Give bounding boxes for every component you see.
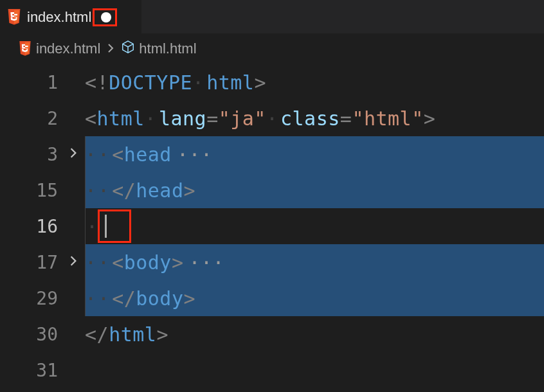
line-number: 3 (47, 144, 58, 165)
tok: head (124, 143, 172, 166)
unsaved-dot-icon (101, 12, 111, 22)
line-number: 16 (36, 216, 58, 237)
tok: html (206, 71, 254, 94)
folded-ellipsis-icon[interactable]: ··· (172, 143, 213, 166)
tok: > (254, 71, 266, 94)
tok: < (112, 251, 124, 274)
tok: · (192, 71, 206, 94)
cube-symbol-icon (121, 40, 135, 58)
tok: = (340, 107, 352, 130)
line-number: 17 (36, 252, 58, 273)
tok: > (172, 251, 184, 274)
code-line[interactable]: 31 (0, 352, 544, 388)
tok: ·· (85, 143, 112, 166)
line-number: 1 (47, 72, 58, 93)
chevron-right-icon (104, 42, 117, 57)
tok: </ (85, 323, 109, 346)
tok: html (109, 323, 156, 346)
tab-index-html[interactable]: index.html (0, 0, 141, 33)
tok: ·· (85, 287, 112, 310)
tok: < (85, 107, 97, 130)
tok: < (112, 143, 124, 166)
breadcrumb-symbol[interactable]: html.html (139, 40, 196, 57)
fold-chevron-icon[interactable] (68, 147, 79, 162)
code-line[interactable]: 17 ··<body>··· (0, 244, 544, 280)
line-number: 15 (36, 180, 58, 201)
tok: ·· (85, 179, 112, 202)
line-number: 2 (47, 108, 58, 129)
tok: "html" (352, 107, 423, 130)
tok: head (136, 179, 183, 202)
code-line[interactable]: 15 ··</head> (0, 172, 544, 208)
tok: > (184, 287, 196, 310)
unsaved-indicator-highlight (93, 8, 117, 26)
tok: </ (112, 287, 136, 310)
tok: body (136, 287, 183, 310)
cursor-highlight (98, 209, 131, 243)
code-line[interactable]: 29 ··</body> (0, 280, 544, 316)
folded-ellipsis-icon[interactable]: ··· (184, 251, 225, 274)
code-line[interactable]: 1 <!DOCTYPE·html> (0, 64, 544, 100)
breadcrumb[interactable]: index.html html.html (0, 33, 544, 64)
tok: lang (159, 107, 206, 130)
line-number: 31 (36, 360, 58, 381)
tab-bar: index.html (0, 0, 544, 33)
code-line[interactable]: 30 </html> (0, 316, 544, 352)
tok: </ (112, 179, 136, 202)
tok: body (124, 251, 172, 274)
tok: · (266, 107, 280, 130)
code-line[interactable]: 2 <html·lang="ja"·class="html"> (0, 100, 544, 136)
tok: · (145, 107, 159, 130)
tok: class (280, 107, 340, 130)
tab-filename: index.html (27, 9, 91, 26)
line-number: 30 (36, 324, 58, 345)
breadcrumb-file[interactable]: index.html (36, 40, 100, 57)
html5-file-icon (18, 41, 32, 57)
tok: DOCTYPE (109, 71, 192, 94)
fold-chevron-icon[interactable] (68, 255, 79, 270)
tok: ·· (85, 251, 112, 274)
tok: > (184, 179, 196, 202)
tok: > (424, 107, 436, 130)
tok: "ja" (219, 107, 266, 130)
tok: html (97, 107, 145, 130)
tok: > (156, 323, 168, 346)
code-editor[interactable]: 1 <!DOCTYPE·html> 2 <html·lang="ja"·clas… (0, 64, 544, 388)
line-number: 29 (36, 288, 58, 309)
tok: <! (85, 71, 109, 94)
code-line-cursor[interactable]: 16 · (0, 208, 544, 244)
code-line[interactable]: 3 ··<head··· (0, 136, 544, 172)
html5-file-icon (6, 9, 22, 26)
tok: = (206, 107, 219, 130)
text-cursor-icon (105, 215, 107, 238)
